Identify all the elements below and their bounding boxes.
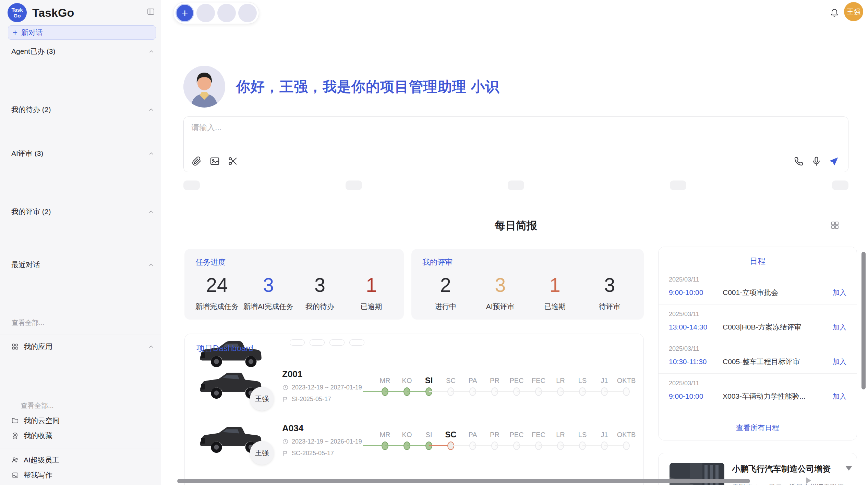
milestone-label: PA <box>462 429 484 440</box>
my-review-stats: 2 进行中 3 AI预评审 1 已逾期 3 待评审 <box>418 270 637 311</box>
sidebar-item-my-apps[interactable]: 我的应用 <box>0 339 161 354</box>
sidebar-task-item[interactable] <box>0 175 161 190</box>
vertical-scrollbar-thumb[interactable] <box>861 252 866 389</box>
milestone: KO <box>396 375 418 397</box>
my-apps-list <box>0 354 161 398</box>
microphone-icon[interactable] <box>811 156 822 166</box>
sidebar-storage-item[interactable]: 我的云空间 <box>0 413 161 428</box>
event-name: C005-整车工程目标评审 <box>723 357 829 366</box>
user-avatar[interactable]: 王强 <box>844 2 863 21</box>
join-link[interactable]: 加入 <box>833 392 846 401</box>
join-link[interactable]: 加入 <box>833 357 846 366</box>
scroll-right-arrow-icon[interactable] <box>806 477 811 484</box>
milestone: MR <box>374 375 396 397</box>
attachment-icon[interactable] <box>191 156 202 166</box>
sidebar-group-header[interactable]: Agent已办 (3) <box>0 44 161 59</box>
view-all-schedule-link[interactable]: 查看所有日程 <box>659 423 857 433</box>
sidebar-task-item[interactable] <box>0 234 161 248</box>
milestone-label: J1 <box>593 429 615 440</box>
suggestion-chip[interactable] <box>183 181 200 190</box>
milestone: PR <box>484 375 506 397</box>
project-vehicle-image: 王强 <box>197 420 264 460</box>
sidebar-task-item[interactable] <box>0 190 161 204</box>
suggestion-chip[interactable] <box>346 181 362 190</box>
suggestion-chip[interactable] <box>508 181 524 190</box>
avatar[interactable] <box>196 4 215 22</box>
app-title: TaskGo <box>32 6 74 20</box>
project-row[interactable]: 王强 Z001 2023-12-19 ~ 2027-01-19 <box>185 359 643 413</box>
avatar[interactable] <box>238 4 257 22</box>
sidebar-tool-item[interactable]: AI超级员工 <box>0 452 161 468</box>
project-row[interactable]: 王强 A034 2023-12-19 ~ 2026-01-19 <box>185 413 643 467</box>
chevron-up-icon[interactable] <box>148 150 154 157</box>
chevron-up-icon[interactable] <box>148 48 154 54</box>
send-icon[interactable] <box>829 156 839 166</box>
dashboard-tab[interactable] <box>290 339 305 346</box>
sidebar-task-item[interactable] <box>0 117 161 132</box>
new-chat-button[interactable]: + 新对话 <box>8 25 156 40</box>
phone-call-icon[interactable] <box>794 156 804 166</box>
scissors-icon[interactable] <box>228 156 238 166</box>
join-link[interactable]: 加入 <box>833 288 846 297</box>
project-dashboard-card: 项目Dashboard 王强 Z001 <box>184 334 644 485</box>
stat-value: 3 <box>582 270 637 300</box>
avatar[interactable] <box>217 4 236 22</box>
chevron-up-icon[interactable] <box>148 209 154 215</box>
milestone-node[interactable] <box>623 387 630 396</box>
suggestion-chip[interactable] <box>670 181 686 190</box>
stat-label: 新增AI完成任务 <box>243 302 294 311</box>
project-date-range: 2023-12-19 ~ 2027-01-19 <box>292 384 362 391</box>
sidebar-task-item[interactable] <box>0 132 161 146</box>
dashboard-tab[interactable] <box>310 339 325 346</box>
chat-input[interactable] <box>191 122 706 145</box>
layout-grid-icon[interactable] <box>830 221 840 230</box>
schedule-card: 日程 2025/03/11 9:00-10:00 C001-立项审批会 加入 2… <box>658 247 857 440</box>
sidebar-group-header[interactable]: 我的待办 (2) <box>0 102 161 117</box>
image-upload-icon[interactable] <box>209 156 220 166</box>
milestone-node[interactable] <box>425 442 432 450</box>
milestone-label: OKTB <box>615 375 637 386</box>
sidebar-group-header[interactable]: AI评审 (3) <box>0 146 161 161</box>
recent-chat-item[interactable] <box>0 287 161 301</box>
app-link-item[interactable] <box>0 384 161 398</box>
sidebar-task-item[interactable] <box>0 88 161 102</box>
sidebar-task-item[interactable] <box>0 73 161 88</box>
notification-bell-icon[interactable] <box>830 8 839 18</box>
dashboard-tab[interactable] <box>349 339 364 346</box>
clock-icon <box>282 438 289 445</box>
clock-icon <box>282 384 289 391</box>
sidebar-tool-item[interactable]: 帮我写作 <box>0 468 161 483</box>
app-link-item[interactable] <box>0 369 161 384</box>
sidebar-group-header[interactable]: 我的评审 (2) <box>0 204 161 219</box>
sidebar-task-item[interactable] <box>0 161 161 175</box>
project-code: A034 <box>282 423 374 434</box>
horizontal-scrollbar-thumb[interactable] <box>177 479 750 483</box>
recent-view-all-link[interactable]: 查看全部... <box>0 315 161 330</box>
recent-chats-header[interactable]: 最近对话 <box>0 257 161 272</box>
schedule-list: 2025/03/11 9:00-10:00 C001-立项审批会 加入 2025… <box>659 270 857 408</box>
recent-chat-item[interactable] <box>0 272 161 287</box>
dashboard-tab[interactable] <box>329 339 345 346</box>
sidebar-collapse-icon[interactable] <box>146 8 155 16</box>
suggestion-chip[interactable] <box>832 181 848 190</box>
join-link[interactable]: 加入 <box>833 323 846 332</box>
chevron-up-icon[interactable] <box>148 344 154 350</box>
milestone-label: LR <box>550 429 571 440</box>
flag-icon <box>282 396 289 402</box>
event-name: X003-车辆动力学性能验... <box>723 391 829 401</box>
chevron-up-icon[interactable] <box>148 107 154 113</box>
sidebar-task-item[interactable] <box>0 59 161 73</box>
scroll-down-arrow-icon[interactable] <box>845 466 852 471</box>
project-owner-badge: 王强 <box>250 441 274 465</box>
sidebar-task-item[interactable] <box>0 219 161 234</box>
recent-chat-item[interactable] <box>0 301 161 315</box>
add-session-button[interactable]: + <box>176 4 194 22</box>
app-link-item[interactable] <box>0 354 161 369</box>
apps-view-all-link[interactable]: 查看全部... <box>0 398 161 413</box>
chevron-up-icon[interactable] <box>148 262 154 268</box>
sidebar-storage-item[interactable]: 我的收藏 <box>0 428 161 443</box>
sidebar-tool-item[interactable]: 创意制图 <box>0 483 161 485</box>
milestone-node[interactable] <box>623 442 630 450</box>
milestone-timeline: MR KO <box>374 375 637 397</box>
schedule-event: 2025/03/11 9:00-10:00 C001-立项审批会 加入 <box>659 270 857 304</box>
